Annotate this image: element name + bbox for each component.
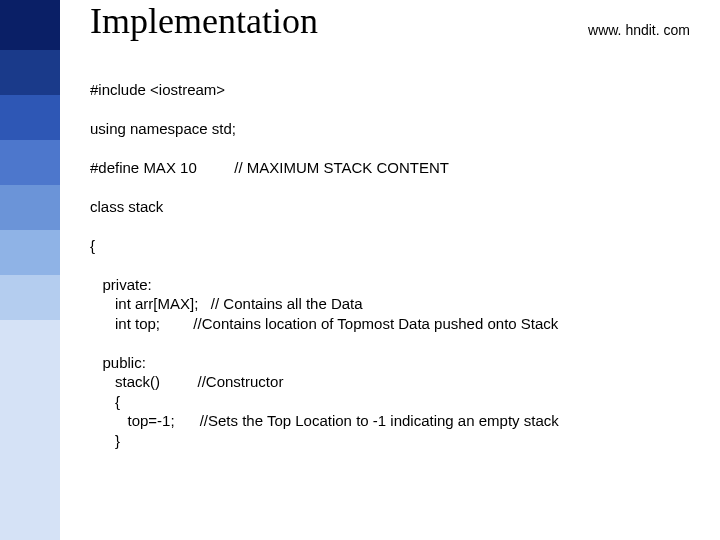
- code-line: {: [90, 393, 120, 410]
- code-comment: // MAXIMUM STACK CONTENT: [234, 159, 449, 176]
- code-line: class stack: [90, 198, 163, 215]
- code-line: using namespace std;: [90, 120, 236, 137]
- code-block: #include <iostream> using namespace std;…: [90, 60, 559, 450]
- stripe: [0, 95, 60, 140]
- source-url: www. hndit. com: [588, 22, 690, 38]
- slide-title: Implementation: [90, 0, 318, 42]
- code-line: int top; //Contains location of Topmost …: [90, 315, 558, 332]
- stripe: [0, 275, 60, 320]
- code-line: top=-1; //Sets the Top Location to -1 in…: [90, 412, 559, 429]
- stripe: [0, 320, 60, 540]
- stripe: [0, 50, 60, 95]
- code-line: #define MAX 10: [90, 159, 197, 176]
- code-line: stack() //Constructor: [90, 373, 283, 390]
- stripe: [0, 0, 60, 50]
- code-line: {: [90, 237, 95, 254]
- code-line: int arr[MAX]; // Contains all the Data: [90, 295, 363, 312]
- code-line: #include <iostream>: [90, 81, 225, 98]
- stripe: [0, 140, 60, 185]
- stripe: [0, 185, 60, 230]
- code-line: private:: [90, 276, 152, 293]
- code-line: public:: [90, 354, 146, 371]
- code-line: }: [90, 432, 120, 449]
- stripe: [0, 230, 60, 275]
- sidebar-stripes: [0, 0, 60, 540]
